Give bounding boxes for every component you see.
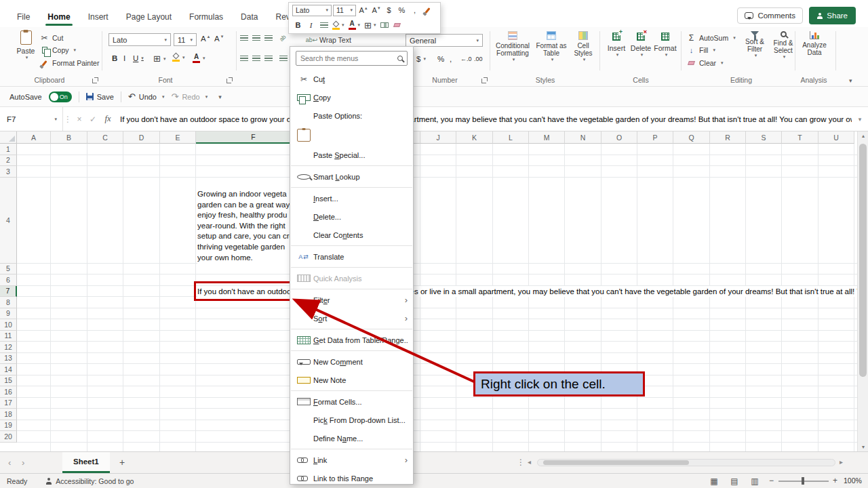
column-header-R[interactable]: R (710, 131, 746, 144)
zoom-level[interactable]: 100% (844, 476, 862, 485)
comma-style-button[interactable]: , (450, 55, 452, 63)
menu-item-define-name[interactable]: Define Name... (290, 429, 413, 447)
row-header-7[interactable]: 7 (0, 286, 17, 298)
scroll-right-icon[interactable]: ▸ (840, 458, 843, 466)
column-header-B[interactable]: B (51, 131, 87, 144)
cancel-entry-button[interactable]: × (73, 115, 86, 124)
scroll-down-icon[interactable]: ▾ (858, 444, 868, 450)
analyze-data-button[interactable]: Analyze Data (799, 31, 830, 56)
menu-item-delete[interactable]: Delete... (290, 207, 413, 226)
grow-font-button[interactable]: A▴ (201, 35, 210, 43)
menu-item-filter[interactable]: Filter (290, 291, 413, 309)
row-header-1[interactable]: 1 (0, 144, 17, 155)
menu-item-paste-options[interactable]: Paste Options: (290, 106, 413, 125)
horizontal-scrollbar[interactable] (537, 459, 835, 466)
column-header-T[interactable]: T (782, 131, 818, 144)
insert-function-button[interactable]: fx (100, 114, 116, 124)
column-header-J[interactable]: J (420, 131, 456, 144)
menu-item-format-cells[interactable]: Format Cells... (290, 392, 413, 411)
cut-button[interactable]: Cut (39, 33, 63, 43)
middle-align-icon[interactable] (252, 35, 260, 41)
column-header-A[interactable]: A (17, 131, 51, 144)
clear-button[interactable]: Clear ▾ (686, 59, 724, 67)
zoom-out-button[interactable]: − (769, 476, 774, 485)
column-header-K[interactable]: K (456, 131, 493, 144)
font-color-button[interactable]: A▾ (193, 54, 205, 63)
customize-qat-button[interactable]: ▾ (218, 94, 222, 100)
column-header-D[interactable]: D (123, 131, 160, 144)
undo-button[interactable]: Undo ▾ (128, 92, 165, 102)
menu-item-new-note[interactable]: New Note (290, 371, 413, 389)
page-layout-view-button[interactable]: ▤ (728, 476, 741, 486)
row-header-9[interactable]: 9 (0, 308, 17, 320)
borders-button[interactable]: ▾ (153, 54, 165, 63)
align-center-icon[interactable] (252, 56, 260, 62)
row-header-8[interactable]: 8 (0, 297, 17, 308)
row-header-12[interactable]: 12 (0, 342, 17, 353)
mini-bold-button[interactable]: B (292, 19, 304, 31)
font-name-select[interactable]: Lato ▾ (108, 33, 171, 46)
autosave-toggle[interactable]: On (49, 92, 72, 102)
delete-cells-button[interactable]: Delete ▾ (629, 33, 652, 58)
menu-item-cut[interactable]: Cut (290, 70, 413, 88)
mini-font-color-button[interactable]: A ▾ (347, 19, 362, 31)
row-header-5[interactable]: 5 (0, 264, 17, 275)
mini-comma-style-button[interactable]: , (409, 4, 420, 16)
mini-shrink-font-button[interactable]: A▾ (370, 4, 382, 16)
row-header-13[interactable]: 13 (0, 353, 17, 365)
tab-data[interactable]: Data (232, 7, 267, 27)
menu-item-link-to-this-range[interactable]: Link to this Range (290, 469, 413, 487)
mini-merge-button[interactable] (378, 19, 390, 31)
row-header-11[interactable]: 11 (0, 331, 17, 342)
mini-italic-button[interactable]: I (305, 19, 317, 31)
column-header-Q[interactable]: Q (673, 131, 710, 144)
fill-color-button[interactable]: ▾ (172, 53, 185, 62)
comments-button[interactable]: Comments (737, 7, 803, 24)
top-align-icon[interactable] (240, 35, 248, 41)
name-box[interactable]: F7 ▾ (0, 107, 63, 131)
row-header-18[interactable]: 18 (0, 409, 17, 420)
formula-input[interactable]: If you don't have an outdoor space to gr… (116, 115, 852, 123)
row-header-6[interactable]: 6 (0, 274, 17, 286)
indent-icon[interactable] (279, 56, 288, 62)
column-header-M[interactable]: M (529, 131, 565, 144)
zoom-in-button[interactable]: + (833, 476, 837, 485)
select-all-button[interactable] (0, 131, 17, 144)
row-header-15[interactable]: 15 (0, 375, 17, 387)
font-dialog-launcher[interactable] (226, 77, 233, 83)
cell-styles-button[interactable]: Cell Styles ▾ (570, 31, 597, 62)
underline-button[interactable]: U▾ (133, 54, 144, 62)
format-cells-button[interactable]: Format ▾ (654, 33, 677, 58)
mini-align-button[interactable] (318, 19, 330, 31)
mini-accounting-format-button[interactable]: $ (383, 4, 395, 16)
bottom-align-icon[interactable] (264, 35, 273, 41)
row-header-16[interactable]: 16 (0, 386, 17, 398)
percent-style-button[interactable]: % (437, 55, 444, 63)
insert-cells-button[interactable]: Insert ▾ (605, 33, 628, 58)
row-header-3[interactable]: 3 (0, 166, 17, 178)
tab-formulas[interactable]: Formulas (180, 7, 232, 27)
decrease-decimal-button[interactable]: .00 (474, 56, 483, 62)
menu-item-clear-contents[interactable]: Clear Contents (290, 226, 413, 244)
menu-item-get-data-from-table-range[interactable]: Get Data from Table/Range... (290, 331, 413, 349)
previous-sheet-icon[interactable]: ‹ (8, 458, 11, 468)
next-sheet-icon[interactable]: › (22, 458, 24, 468)
menu-search-box[interactable] (296, 51, 408, 66)
tab-file[interactable]: File (8, 7, 39, 27)
mini-clear-format-button[interactable] (391, 19, 403, 31)
row-header-10[interactable]: 10 (0, 319, 17, 331)
column-header-L[interactable]: L (493, 131, 529, 144)
sort-filter-button[interactable]: Sort & Filter ▾ (741, 31, 769, 58)
row-header-19[interactable]: 19 (0, 420, 17, 432)
wrap-text-button[interactable]: Wrap Text (307, 36, 351, 44)
menu-item-copy[interactable]: Copy (290, 88, 413, 106)
menu-item-link[interactable]: Link (290, 451, 413, 469)
number-dialog-launcher[interactable] (481, 77, 488, 83)
paste-button[interactable]: Paste ▾ (12, 30, 39, 60)
mini-borders-button[interactable]: ▾ (363, 19, 377, 31)
collapse-ribbon-button[interactable]: ▾ (849, 77, 852, 84)
mini-percent-style-button[interactable]: % (396, 4, 408, 16)
mini-fill-color-button[interactable]: ▾ (331, 19, 346, 31)
shrink-font-button[interactable]: A▾ (214, 35, 223, 43)
column-header-N[interactable]: N (565, 131, 601, 144)
